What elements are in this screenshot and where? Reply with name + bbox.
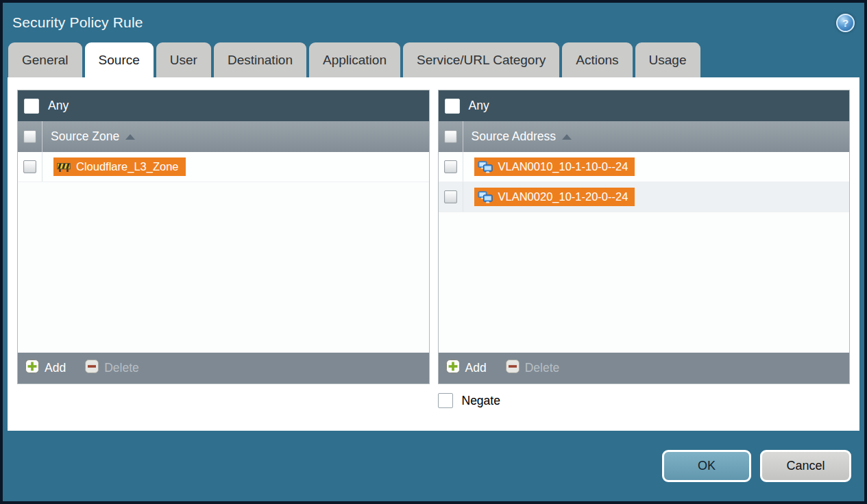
row-checkbox-cell bbox=[439, 152, 463, 181]
table-row-vlan0010-10-1-10-0-24[interactable]: VLAN0010_10-1-10-0--24 bbox=[439, 152, 850, 182]
row-content: VLAN0020_10-1-20-0--24 bbox=[463, 188, 635, 206]
panels-container: Any Source Zone bbox=[17, 90, 850, 384]
tab-service-url-category[interactable]: Service/URL Category bbox=[403, 42, 559, 77]
object-tag[interactable]: VLAN0010_10-1-10-0--24 bbox=[474, 158, 635, 176]
source-address-delete-button[interactable]: Delete bbox=[506, 360, 560, 377]
source-address-toolbar: Add Delete bbox=[439, 353, 850, 383]
source-zone-any-checkbox[interactable] bbox=[24, 99, 39, 114]
source-zone-any-label: Any bbox=[48, 99, 69, 113]
tab-content: Any Source Zone bbox=[8, 77, 859, 431]
object-tag[interactable]: VLAN0020_10-1-20-0--24 bbox=[474, 188, 635, 206]
negate-row: Negate bbox=[438, 393, 851, 408]
add-plus-icon bbox=[446, 360, 460, 377]
source-zone-add-button[interactable]: Add bbox=[25, 360, 66, 377]
row-label: Cloudflare_L3_Zone bbox=[76, 160, 179, 173]
cancel-button[interactable]: Cancel bbox=[760, 450, 851, 482]
tab-application[interactable]: Application bbox=[309, 42, 400, 77]
row-label: VLAN0020_10-1-20-0--24 bbox=[498, 190, 628, 203]
add-plus-icon bbox=[25, 360, 39, 377]
sort-ascending-icon bbox=[125, 134, 135, 140]
source-address-list: VLAN0010_10-1-10-0--24 bbox=[439, 152, 850, 353]
tab-user[interactable]: User bbox=[156, 42, 211, 77]
dialog-titlebar: Security Policy Rule ? bbox=[3, 3, 864, 42]
dialog-title: Security Policy Rule bbox=[12, 14, 143, 31]
source-zone-toolbar: Add Delete bbox=[18, 353, 429, 383]
source-zone-selectall-checkbox[interactable] bbox=[23, 130, 36, 143]
source-address-panel: Any Source Address bbox=[438, 90, 851, 384]
dialog-button-bar: OK Cancel bbox=[3, 431, 864, 501]
tab-destination[interactable]: Destination bbox=[214, 42, 306, 77]
tab-usage[interactable]: Usage bbox=[635, 42, 700, 77]
add-label: Add bbox=[45, 361, 66, 375]
source-zone-any-row: Any bbox=[18, 90, 429, 121]
tab-actions[interactable]: Actions bbox=[562, 42, 632, 77]
add-label: Add bbox=[465, 361, 487, 375]
source-zone-column-header[interactable]: Source Zone bbox=[18, 121, 429, 152]
delete-label: Delete bbox=[525, 361, 560, 375]
source-address-column-header[interactable]: Source Address bbox=[439, 121, 850, 152]
row-checkbox[interactable] bbox=[23, 160, 36, 173]
sort-ascending-icon bbox=[562, 134, 572, 140]
source-zone-panel: Any Source Zone bbox=[17, 90, 430, 384]
source-address-any-checkbox[interactable] bbox=[445, 99, 460, 114]
tab-source[interactable]: Source bbox=[85, 42, 154, 77]
security-policy-rule-dialog: Security Policy Rule ? GeneralSourceUser… bbox=[0, 0, 867, 504]
row-content: VLAN0010_10-1-10-0--24 bbox=[463, 158, 635, 176]
negate-checkbox[interactable] bbox=[438, 393, 453, 408]
source-zone-delete-button[interactable]: Delete bbox=[85, 360, 139, 377]
row-content: Cloudflare_L3_Zone bbox=[42, 158, 186, 176]
row-checkbox[interactable] bbox=[444, 190, 457, 203]
row-label: VLAN0010_10-1-10-0--24 bbox=[498, 160, 628, 173]
table-row-cloudflare-l3-zone[interactable]: Cloudflare_L3_Zone bbox=[18, 152, 429, 182]
row-checkbox-cell bbox=[18, 152, 42, 181]
ok-button[interactable]: OK bbox=[662, 450, 751, 482]
source-zone-column-title: Source Zone bbox=[51, 129, 119, 144]
address-icon bbox=[478, 161, 493, 173]
source-address-column-title: Source Address bbox=[472, 129, 557, 144]
object-tag[interactable]: Cloudflare_L3_Zone bbox=[53, 158, 186, 176]
zone-icon bbox=[57, 162, 71, 173]
source-address-any-label: Any bbox=[469, 99, 489, 113]
tab-bar: GeneralSourceUserDestinationApplicationS… bbox=[3, 42, 864, 77]
delete-label: Delete bbox=[104, 361, 139, 375]
help-icon[interactable]: ? bbox=[836, 14, 855, 32]
source-zone-list: Cloudflare_L3_Zone bbox=[18, 152, 429, 353]
source-address-add-button[interactable]: Add bbox=[446, 360, 487, 377]
delete-minus-icon bbox=[506, 360, 520, 377]
address-icon bbox=[478, 191, 493, 203]
table-row-vlan0020-10-1-20-0-24[interactable]: VLAN0020_10-1-20-0--24 bbox=[439, 182, 850, 212]
row-checkbox-cell bbox=[439, 182, 463, 212]
tab-general[interactable]: General bbox=[8, 42, 82, 77]
row-checkbox[interactable] bbox=[444, 160, 457, 173]
source-address-selectall-checkbox[interactable] bbox=[444, 130, 457, 143]
source-address-any-row: Any bbox=[439, 90, 850, 121]
negate-label: Negate bbox=[462, 394, 500, 408]
delete-minus-icon bbox=[85, 360, 99, 377]
